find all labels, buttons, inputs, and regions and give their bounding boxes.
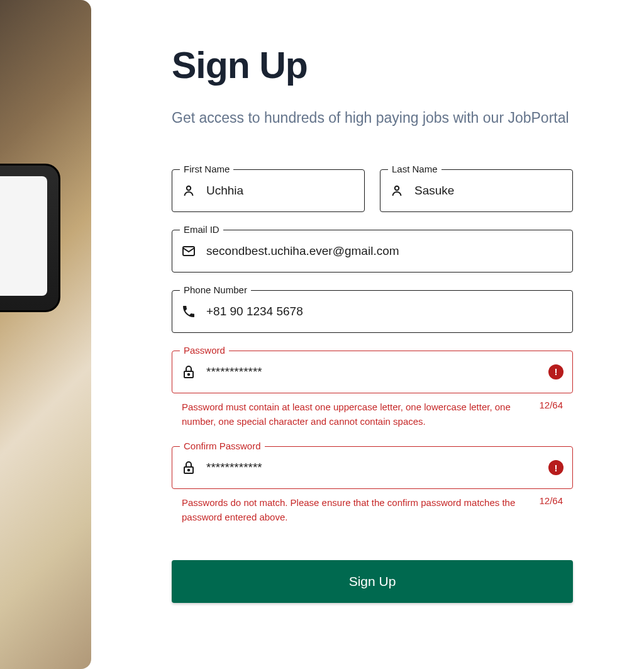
svg-point-4 [188,373,190,375]
lock-icon [181,460,196,475]
confirm-password-error-text: Passwords do not match. Please ensure th… [182,495,529,525]
email-label: Email ID [180,224,223,235]
phone-icon [181,304,196,319]
confirm-password-counter: 12/64 [539,495,563,506]
confirm-password-label: Confirm Password [180,441,265,451]
error-icon: ! [548,364,564,379]
page-title: Sign Up [172,44,573,87]
person-icon [181,183,196,198]
phone-label: Phone Number [180,284,251,295]
confirm-password-input[interactable] [206,461,542,475]
person-icon [389,183,404,198]
last-name-input[interactable] [414,184,564,198]
lock-icon [181,364,196,379]
signup-form: First Name Last Name Ema [172,169,573,603]
phone-input[interactable] [206,305,564,318]
email-field: Email ID [172,230,573,273]
password-label: Password [180,345,229,356]
password-field: Password ! Password must contain at leas… [172,351,573,429]
error-icon: ! [548,460,564,475]
svg-point-1 [395,186,399,189]
password-input[interactable] [206,365,542,379]
password-error-text: Password must contain at least one upper… [182,400,529,429]
svg-point-0 [187,186,191,189]
last-name-label: Last Name [388,164,441,174]
password-counter: 12/64 [539,400,563,410]
email-icon [181,244,196,259]
email-input[interactable] [206,244,564,258]
confirm-password-field: Confirm Password ! Passwords do not matc… [172,446,573,525]
last-name-field: Last Name [380,169,573,212]
signup-panel: Sign Up Get access to hundreds of high p… [91,0,644,669]
first-name-field: First Name [172,169,365,212]
first-name-input[interactable] [206,184,355,198]
signup-button[interactable]: Sign Up [172,560,573,603]
svg-point-6 [188,469,190,471]
first-name-label: First Name [180,164,233,174]
page-subtitle: Get access to hundreds of high paying jo… [172,107,573,129]
hero-image [0,0,91,669]
phone-field: Phone Number [172,290,573,333]
